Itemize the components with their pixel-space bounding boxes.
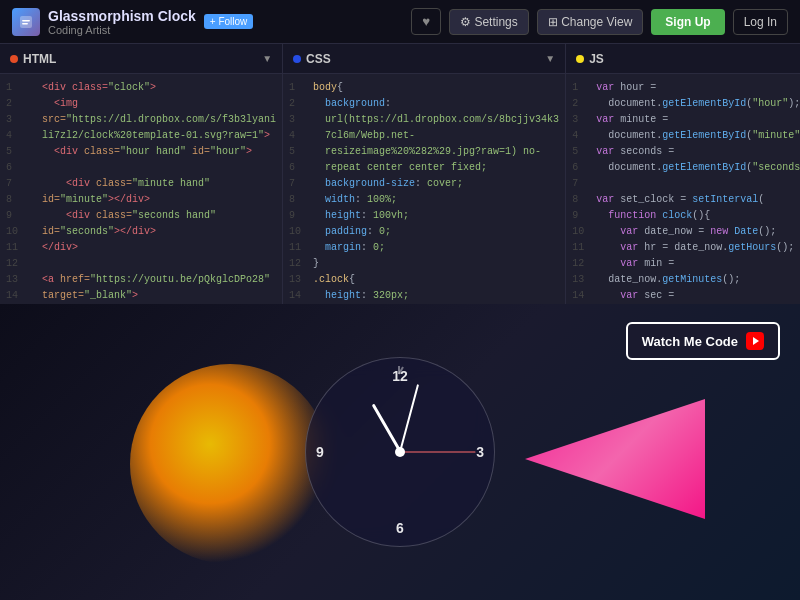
js-code-content: 123456789101112131415 var hour = documen… xyxy=(566,74,800,304)
hour-hand xyxy=(371,404,401,453)
css-code-line: width: 100%; xyxy=(313,192,559,208)
html-chevron-icon[interactable]: ▼ xyxy=(262,53,272,64)
js-code-line xyxy=(596,176,800,192)
js-panel-header: JS ▼ xyxy=(566,44,800,74)
app-subtitle: Coding Artist xyxy=(48,24,196,36)
css-code-content: 123456789101112131415 body{ background: … xyxy=(283,74,565,304)
css-code-line: resizeimage%20%282%29.jpg?raw=1) no- xyxy=(313,144,559,160)
js-code-line: date_now.getMinutes(); xyxy=(596,272,800,288)
html-code-line: li7zl2/clock%20template-01.svg?raw=1"> xyxy=(30,128,276,144)
html-code-line: <img xyxy=(30,96,276,112)
js-dot xyxy=(576,55,584,63)
html-code-line xyxy=(30,160,276,176)
html-code-line: <div class="clock"> xyxy=(30,80,276,96)
clock-center-dot xyxy=(395,447,405,457)
clock-face: 12 3 6 9 xyxy=(305,357,495,547)
svg-rect-1 xyxy=(22,20,30,22)
css-code-line: body{ xyxy=(313,80,559,96)
html-panel-title: HTML xyxy=(10,52,56,66)
css-chevron-icon[interactable]: ▼ xyxy=(545,53,555,64)
play-triangle xyxy=(753,337,759,345)
html-code-line: id="minute"></div> xyxy=(30,192,276,208)
svg-rect-0 xyxy=(20,16,32,28)
header-right: ♥ ⚙ Settings ⊞ Change View Sign Up Log I… xyxy=(411,8,788,35)
html-code-content: 123456789101112131415 <div class="clock"… xyxy=(0,74,282,304)
js-code-line: var min = xyxy=(596,256,800,272)
header-left: Glassmorphism Clock Coding Artist + Foll… xyxy=(12,8,253,36)
css-panel-header: CSS ▼ xyxy=(283,44,565,74)
css-code-line: height: 100vh; xyxy=(313,208,559,224)
header: Glassmorphism Clock Coding Artist + Foll… xyxy=(0,0,800,44)
css-code-line: background: xyxy=(313,96,559,112)
js-code-line: var minute = xyxy=(596,112,800,128)
clock-num-9: 9 xyxy=(316,444,324,460)
html-code-line: </div> xyxy=(30,240,276,256)
js-code-line: var seconds = xyxy=(596,144,800,160)
css-code-line: url(https://dl.dropbox.com/s/8bcjjv34k3 xyxy=(313,112,559,128)
js-code-line: var hour = xyxy=(596,80,800,96)
clock-num-12: 12 xyxy=(392,368,408,384)
login-button[interactable]: Log In xyxy=(733,9,788,35)
js-code-line: var set_clock = setInterval( xyxy=(596,192,800,208)
minute-hand xyxy=(399,384,419,452)
html-code-line: target="_blank"> xyxy=(30,288,276,304)
settings-button[interactable]: ⚙ Settings xyxy=(449,9,529,35)
app-logo xyxy=(12,8,40,36)
html-code-line: src="https://dl.dropbox.com/s/f3b3lyani xyxy=(30,112,276,128)
css-line-numbers: 123456789101112131415 xyxy=(289,80,301,304)
html-code-line: <div class="minute hand" xyxy=(30,176,276,192)
css-code-line: height: 320px; xyxy=(313,288,559,304)
follow-button[interactable]: + Follow xyxy=(204,14,254,29)
pink-triangle-decoration xyxy=(525,359,705,559)
js-panel-title: JS xyxy=(576,52,604,66)
js-code-line: function clock(){ xyxy=(596,208,800,224)
js-code-line: document.getElementById("hour"); xyxy=(596,96,800,112)
js-code-line: var date_now = new Date(); xyxy=(596,224,800,240)
app-title: Glassmorphism Clock xyxy=(48,8,196,24)
js-panel: JS ▼ 123456789101112131415 var hour = do… xyxy=(566,44,800,304)
css-code-line: margin: 0; xyxy=(313,240,559,256)
html-code-line: <a href="https://youtu.be/pQkglcDPo28" xyxy=(30,272,276,288)
html-code-line: <div class="seconds hand" xyxy=(30,208,276,224)
clock-widget: 12 3 6 9 xyxy=(305,357,495,547)
html-code-line: <div class="hour hand" id="hour"> xyxy=(30,144,276,160)
css-code-line: 7cl6m/Webp.net- xyxy=(313,128,559,144)
code-area: HTML ▼ 123456789101112131415 <div class=… xyxy=(0,44,800,304)
js-code-line: document.getElementById("minute"); xyxy=(596,128,800,144)
css-panel: CSS ▼ 123456789101112131415 body{ backgr… xyxy=(283,44,566,304)
js-line-numbers: 123456789101112131415 xyxy=(572,80,584,304)
clock-num-3: 3 xyxy=(476,444,484,460)
html-panel: HTML ▼ 123456789101112131415 <div class=… xyxy=(0,44,283,304)
html-panel-header: HTML ▼ xyxy=(0,44,282,74)
svg-rect-2 xyxy=(22,23,28,25)
html-dot xyxy=(10,55,18,63)
html-line-numbers: 123456789101112131415 xyxy=(6,80,18,304)
signup-button[interactable]: Sign Up xyxy=(651,9,724,35)
js-code-line: var sec = xyxy=(596,288,800,304)
css-code-line: } xyxy=(313,256,559,272)
css-code-line: repeat center center fixed; xyxy=(313,160,559,176)
js-code-line: document.getElementById("seconds"); xyxy=(596,160,800,176)
watch-me-code-button[interactable]: Watch Me Code xyxy=(626,322,780,360)
yellow-circle-decoration xyxy=(130,364,330,564)
change-view-button[interactable]: ⊞ Change View xyxy=(537,9,644,35)
second-hand xyxy=(400,452,475,453)
youtube-icon xyxy=(746,332,764,350)
preview-area: Watch Me Code 12 3 6 9 xyxy=(0,304,800,600)
html-code-line: id="seconds"></div> xyxy=(30,224,276,240)
clock-num-6: 6 xyxy=(396,520,404,536)
heart-button[interactable]: ♥ xyxy=(411,8,441,35)
css-panel-title: CSS xyxy=(293,52,331,66)
js-code-line: var hr = date_now.getHours(); xyxy=(596,240,800,256)
css-code-line: background-size: cover; xyxy=(313,176,559,192)
watch-me-code-label: Watch Me Code xyxy=(642,334,738,349)
app-title-block: Glassmorphism Clock Coding Artist xyxy=(48,8,196,36)
css-dot xyxy=(293,55,301,63)
css-code-line: .clock{ xyxy=(313,272,559,288)
html-code-line xyxy=(30,256,276,272)
css-code-line: padding: 0; xyxy=(313,224,559,240)
